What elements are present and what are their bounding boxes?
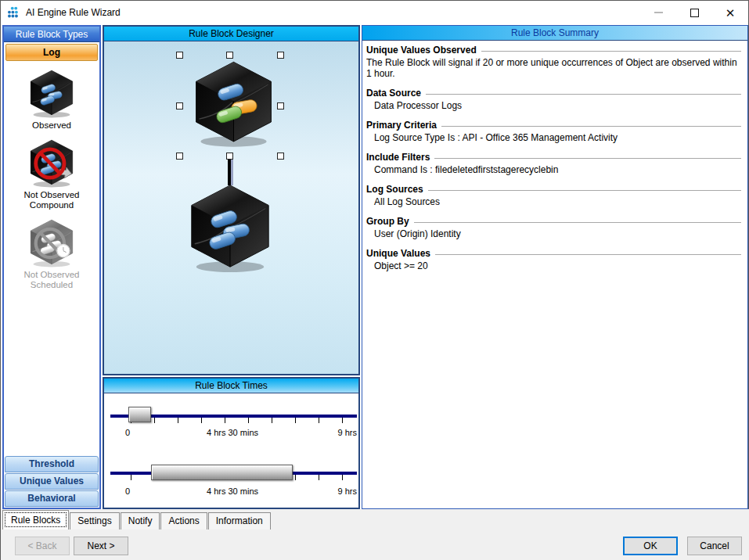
summary-section: Unique ValuesObject >= 20 [366,248,741,271]
tab-log[interactable]: Log [5,44,98,61]
summary-value: Log Source Type Is : API - Office 365 Ma… [366,132,741,143]
minimize-button[interactable] [640,1,676,24]
selection-handle[interactable] [176,102,183,109]
rule-block-summary-header: Rule Block Summary [362,26,747,41]
cancel-button[interactable]: Cancel [687,537,742,555]
slider1-thumb[interactable] [128,407,151,422]
rule-type-observed[interactable]: Observed [27,69,77,131]
tab-rule-blocks[interactable]: Rule Blocks [2,510,69,529]
summary-value: User (Origin) Identity [366,228,741,239]
summary-section: Group ByUser (Origin) Identity [366,216,741,239]
maximize-icon [690,9,699,17]
summary-section-title: Unique Values [366,248,430,259]
summary-value: Data Processor Logs [366,100,741,111]
summary-section: Include FiltersCommand Is : filedeletedf… [366,152,741,175]
back-button: < Back [15,537,70,555]
summary-rule-line [481,51,741,52]
selection-handle[interactable] [226,153,233,160]
wizard-buttonbar: < Back Next > OK Cancel [1,529,749,560]
rule-type-not-observed-scheduled: Not Observed Scheduled [4,218,99,290]
ai-engine-rule-wizard-window: AI Engine Rule Wizard ✕ Rule Block Types… [0,0,749,560]
tab-notify[interactable]: Notify [121,512,160,529]
slider2-label-mid: 4 hrs 30 mins [181,486,284,496]
summary-value: Object >= 20 [366,260,741,271]
summary-section-title: Log Sources [366,184,423,195]
summary-rule-line [435,254,741,255]
summary-body: Unique Values ObservedThe Rule Block wil… [362,41,747,271]
summary-rule-line [441,126,741,127]
slider1-ticks [131,418,343,423]
summary-rule-line [414,222,741,223]
summary-section-title: Group By [366,216,409,227]
close-button[interactable]: ✕ [712,1,748,24]
close-icon: ✕ [726,7,736,19]
summary-section: Primary CriteriaLog Source Type Is : API… [366,120,741,143]
rule-block-times-header: Rule Block Times [104,379,358,393]
designer-canvas[interactable] [104,41,358,374]
summary-rule-line [428,190,741,191]
summary-section: Unique Values ObservedThe Rule Block wil… [366,45,741,79]
wizard-tabstrip: Rule Blocks Settings Notify Actions Info… [1,509,749,529]
tab-threshold[interactable]: Threshold [5,456,99,472]
summary-section-title: Include Filters [366,152,430,163]
slider1-label-min: 0 [125,428,130,437]
slider2-label-max: 9 hrs [327,486,357,496]
tab-settings[interactable]: Settings [70,512,119,529]
not-observed-scheduled-cube-icon [27,218,77,268]
rule-type-not-observed-compound[interactable]: Not Observed Compound [4,138,99,210]
summary-section: Log SourcesAll Log Sources [366,184,741,207]
tab-actions[interactable]: Actions [160,512,207,529]
next-button[interactable]: Next > [74,537,128,555]
rule-block-types-header: Rule Block Types [4,27,99,42]
rule-block-types-panel: Rule Block Types Log Observed [2,25,101,509]
summary-rule-line [426,94,741,95]
summary-value: Command Is : filedeletedfirststagerecycl… [366,164,741,175]
observed-cube-icon [27,69,77,119]
minimize-icon [654,12,663,13]
rule-block-category-tabs: Threshold Unique Values Behavioral [4,455,99,508]
summary-section-title: Primary Criteria [366,120,437,131]
summary-section-title: Unique Values Observed [366,45,477,56]
rule-block-designer-panel: Rule Block Designer [103,25,360,375]
designer-cube-selected[interactable] [189,57,279,151]
summary-value: The Rule Block will signal if 20 or more… [366,57,741,79]
selection-handle[interactable] [277,153,284,160]
selection-handle[interactable] [176,52,183,59]
window-title: AI Engine Rule Wizard [26,7,121,18]
slider2-label-min: 0 [125,486,130,496]
designer-cube-second[interactable] [183,182,277,275]
ok-button[interactable]: OK [623,537,678,555]
summary-section-title: Data Source [366,88,421,99]
summary-rule-line [434,158,741,159]
type-label: Not Observed Compound [4,190,99,210]
slider1-label-max: 9 hrs [327,428,357,437]
slider2-range-thumb[interactable] [151,465,293,480]
maximize-button[interactable] [676,1,712,24]
selection-handle[interactable] [176,153,183,160]
summary-value: All Log Sources [366,196,741,207]
tab-unique-values[interactable]: Unique Values [5,473,99,490]
rule-block-summary-panel: Rule Block Summary Unique Values Observe… [362,25,748,509]
type-label: Not Observed Scheduled [4,270,99,290]
tab-behavioral[interactable]: Behavioral [5,490,99,507]
rule-block-times-body: 0 4 hrs 30 mins 9 hrs 0 4 hrs 30 mins 9 … [104,393,358,508]
not-observed-compound-cube-icon [27,138,77,188]
app-logo-icon [7,5,21,20]
tab-information[interactable]: Information [208,512,271,529]
rule-type-list: Observed Not Observed Compound [4,63,99,455]
slider1-label-mid: 4 hrs 30 mins [181,428,284,437]
rule-block-designer-header: Rule Block Designer [104,27,358,41]
rule-block-times-panel: Rule Block Times 0 4 hrs 30 mins 9 hrs 0… [103,377,360,509]
summary-section: Data SourceData Processor Logs [366,88,741,111]
titlebar: AI Engine Rule Wizard ✕ [1,1,748,24]
type-label: Observed [32,120,71,131]
